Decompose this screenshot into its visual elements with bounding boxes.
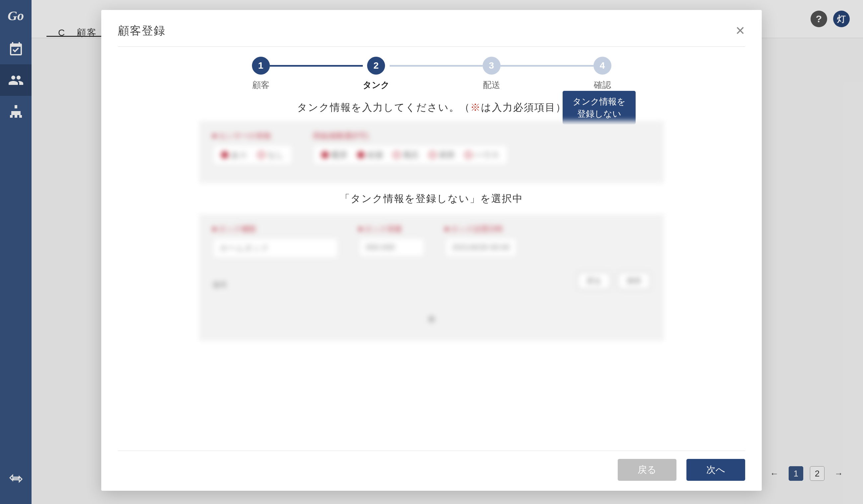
modal-title: 顧客登録 [118, 23, 166, 38]
bz1-r1-0: あり [231, 150, 248, 160]
instruction-prefix: タンク情報を入力してください。（ [297, 102, 470, 113]
bz2-value2: 000-000 [366, 243, 395, 252]
bz1-r2-1: 給湯 [367, 150, 383, 160]
bz2-btn2: 保存 [627, 276, 641, 285]
plus-icon: + [427, 311, 436, 327]
back-button[interactable]: 戻る [618, 459, 676, 481]
bz2-label1: タンク種類 [218, 224, 256, 234]
bz2-value1: ホームタンク [220, 243, 269, 252]
selection-status-text: 「タンク情報を登録しない」を選択中 [199, 183, 664, 214]
close-icon: ✕ [735, 24, 745, 38]
step-3: 3 配送 [483, 57, 501, 91]
step-1: 1 顧客 [252, 57, 270, 91]
bz1-label1: センサーの有無 [218, 131, 271, 141]
modal-footer: 戻る 次へ [118, 451, 745, 481]
bz1-r2-0: 暖房 [331, 150, 347, 160]
modal-close-button[interactable]: ✕ [735, 25, 745, 37]
step-3-label: 配送 [483, 79, 500, 91]
step-line-2-3 [390, 65, 483, 67]
bz2-label2: タンク容量 [364, 224, 402, 234]
instruction-suffix: は入力必須項目） [481, 102, 566, 113]
stepper: 1 顧客 2 タンク 3 配送 4 確認 [118, 57, 745, 91]
modal-overlay: 顧客登録 ✕ 1 顧客 2 タンク 3 配送 [0, 0, 863, 504]
step-2: 2 タンク [363, 57, 390, 91]
instruction-text: タンク情報を入力してください。（※は入力必須項目） [297, 101, 566, 114]
disabled-form-section-1: センサーの有無 あり なし 用途(複数選択可) 暖房 給湯 風呂 厨房 [199, 121, 664, 183]
step-4-circle: 4 [593, 57, 611, 75]
step-4-label: 確認 [594, 79, 611, 91]
next-button[interactable]: 次へ [686, 459, 745, 481]
bz2-btn1: 戻る [587, 276, 601, 285]
bz1-r2-3: 厨房 [439, 150, 455, 160]
step-2-label: タンク [363, 79, 390, 91]
required-mark: ※ [470, 102, 481, 113]
step-1-circle: 1 [252, 57, 270, 75]
disabled-form-section-2: タンク種類 ホームタンク タンク容量 000-000 タンク設置日時 2021/… [199, 214, 664, 341]
skip-tank-button[interactable]: タンク情報を 登録しない [563, 91, 636, 124]
bz1-label2: 用途(複数選択可) [313, 131, 369, 141]
instruction-row: タンク情報を入力してください。（※は入力必須項目） タンク情報を 登録しない [118, 101, 745, 114]
step-2-circle: 2 [367, 57, 385, 75]
modal-header: 顧客登録 ✕ [118, 23, 745, 47]
bz2-label4: 備考 [212, 281, 227, 289]
bz1-r2-4: ハウス [475, 150, 500, 160]
step-4: 4 確認 [593, 57, 611, 91]
bz2-label3: タンク設置日時 [451, 224, 503, 234]
customer-register-modal: 顧客登録 ✕ 1 顧客 2 タンク 3 配送 [101, 10, 762, 491]
bz2-value3: 2021/8/28 00:00 [452, 243, 510, 252]
step-line-3-4 [501, 65, 593, 67]
bz1-r2-2: 風呂 [403, 150, 419, 160]
step-3-circle: 3 [483, 57, 501, 75]
bz1-r1-1: なし [267, 150, 284, 160]
step-line-1-2 [270, 65, 363, 67]
step-1-label: 顧客 [252, 79, 270, 91]
